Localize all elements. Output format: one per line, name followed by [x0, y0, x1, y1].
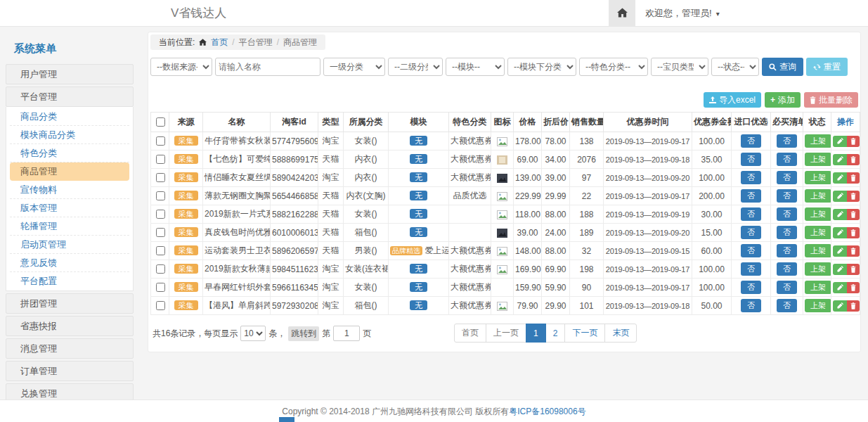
level2-category-filter[interactable]: --二级分类--: [388, 58, 443, 76]
edit-button[interactable]: [833, 154, 847, 165]
status-button[interactable]: 上架: [805, 189, 831, 203]
sidebar-item-exchange-management[interactable]: 兑换管理: [6, 383, 134, 399]
name-search-input[interactable]: [215, 58, 320, 76]
import-select-toggle-button[interactable]: 否: [741, 207, 761, 221]
edit-button[interactable]: [833, 282, 847, 293]
status-button[interactable]: 上架: [805, 207, 831, 221]
import-select-toggle-button[interactable]: 否: [741, 226, 761, 239]
row-checkbox[interactable]: [156, 173, 165, 182]
import-select-toggle-button[interactable]: 否: [741, 244, 761, 257]
delete-button[interactable]: [847, 172, 860, 184]
import-select-toggle-button[interactable]: 否: [741, 281, 761, 294]
edit-button[interactable]: [833, 172, 847, 184]
delete-button[interactable]: [847, 245, 860, 257]
status-button[interactable]: 上架: [805, 262, 831, 276]
delete-button[interactable]: [847, 227, 860, 238]
bulk-delete-button[interactable]: 批量删除: [804, 92, 858, 108]
delete-button[interactable]: [847, 191, 860, 202]
must-buy-toggle-button[interactable]: 否: [777, 299, 797, 312]
level1-category-filter[interactable]: 一级分类: [323, 58, 385, 76]
sidebar-item-product-management[interactable]: 商品管理: [10, 162, 129, 181]
delete-button[interactable]: [847, 300, 860, 312]
feature-category-filter[interactable]: --特色分类--: [579, 58, 648, 76]
module-filter[interactable]: --模块--: [446, 58, 505, 76]
must-buy-toggle-button[interactable]: 否: [777, 171, 797, 184]
sidebar-item-order-management[interactable]: 订单管理: [6, 361, 134, 381]
icp-link[interactable]: 粤ICP备16098006号: [509, 406, 585, 418]
page-button-next[interactable]: 下一页: [564, 324, 605, 343]
sidebar-item-splash-page-management[interactable]: 启动页管理: [10, 236, 129, 254]
sidebar-item-user-management[interactable]: 用户管理: [6, 64, 134, 84]
sidebar-item-group-buy-management[interactable]: 拼团管理: [6, 293, 134, 314]
sidebar-item-feature-category[interactable]: 特色分类: [10, 144, 129, 162]
per-page-select[interactable]: 10: [240, 326, 266, 341]
row-checkbox[interactable]: [156, 301, 165, 310]
edit-button[interactable]: [833, 227, 847, 238]
jump-page-input[interactable]: [333, 326, 360, 341]
sidebar-item-version-management[interactable]: 版本管理: [10, 199, 129, 217]
page-button-first[interactable]: 首页: [454, 324, 486, 343]
edit-button[interactable]: [833, 191, 847, 202]
status-button[interactable]: 上架: [805, 244, 831, 257]
import-select-toggle-button[interactable]: 否: [741, 153, 761, 166]
sidebar-item-platform-management[interactable]: 平台管理: [6, 87, 134, 107]
import-select-toggle-button[interactable]: 否: [741, 299, 761, 312]
sidebar-item-feedback[interactable]: 意见反馈: [10, 254, 129, 272]
page-button-last[interactable]: 末页: [604, 324, 637, 343]
must-buy-toggle-button[interactable]: 否: [777, 281, 797, 294]
select-all-checkbox[interactable]: [156, 117, 165, 127]
status-button[interactable]: 上架: [805, 281, 831, 294]
row-checkbox[interactable]: [156, 191, 165, 200]
must-buy-toggle-button[interactable]: 否: [777, 244, 797, 257]
module-sub-category-filter[interactable]: --模块下分类--: [507, 58, 576, 76]
item-type-filter[interactable]: --宝贝类型--: [651, 58, 708, 76]
status-button[interactable]: 上架: [805, 171, 831, 184]
user-menu[interactable]: 欢迎您，管理员! ▾: [635, 0, 730, 27]
must-buy-toggle-button[interactable]: 否: [777, 153, 797, 166]
import-select-toggle-button[interactable]: 否: [741, 171, 761, 184]
import-select-toggle-button[interactable]: 否: [741, 189, 761, 203]
sidebar-item-promo-materials[interactable]: 宣传物料: [10, 181, 129, 199]
status-filter[interactable]: --状态--: [711, 58, 759, 76]
sidebar-item-platform-config[interactable]: 平台配置: [10, 272, 129, 290]
row-checkbox[interactable]: [156, 264, 165, 274]
add-button[interactable]: + 添加: [765, 92, 801, 108]
import-select-toggle-button[interactable]: 否: [741, 134, 761, 148]
row-checkbox[interactable]: [156, 155, 165, 164]
breadcrumb-home-link[interactable]: 首页: [211, 37, 228, 49]
page-button-prev[interactable]: 上一页: [486, 324, 526, 343]
import-select-toggle-button[interactable]: 否: [741, 262, 761, 276]
sidebar-item-product-category[interactable]: 商品分类: [10, 108, 129, 126]
status-button[interactable]: 上架: [805, 226, 831, 239]
delete-button[interactable]: [847, 154, 860, 165]
edit-button[interactable]: [833, 136, 847, 147]
must-buy-toggle-button[interactable]: 否: [777, 207, 797, 221]
status-button[interactable]: 上架: [805, 299, 831, 312]
delete-button[interactable]: [847, 282, 860, 293]
must-buy-toggle-button[interactable]: 否: [777, 189, 797, 203]
edit-button[interactable]: [833, 245, 847, 257]
delete-button[interactable]: [847, 264, 860, 275]
status-button[interactable]: 上架: [805, 134, 831, 148]
row-checkbox[interactable]: [156, 228, 165, 237]
data-source-filter[interactable]: --数据来源--: [150, 58, 212, 76]
edit-button[interactable]: [833, 300, 847, 312]
row-checkbox[interactable]: [156, 136, 165, 146]
page-button-1[interactable]: 1: [526, 324, 546, 343]
must-buy-toggle-button[interactable]: 否: [777, 226, 797, 239]
edit-button[interactable]: [833, 209, 847, 220]
sidebar-item-express-news[interactable]: 省惠快报: [6, 316, 134, 336]
delete-button[interactable]: [847, 209, 860, 220]
row-checkbox[interactable]: [156, 283, 165, 292]
must-buy-toggle-button[interactable]: 否: [777, 134, 797, 148]
status-button[interactable]: 上架: [805, 153, 831, 166]
home-button[interactable]: [609, 0, 635, 27]
edit-button[interactable]: [833, 264, 847, 275]
sidebar-item-carousel-management[interactable]: 轮播管理: [10, 217, 129, 236]
sidebar-item-message-management[interactable]: 消息管理: [6, 338, 134, 359]
delete-button[interactable]: [847, 136, 860, 147]
search-button[interactable]: 查询: [762, 58, 803, 76]
reset-button[interactable]: 重置: [806, 58, 848, 76]
row-checkbox[interactable]: [156, 210, 165, 219]
row-checkbox[interactable]: [156, 246, 165, 255]
